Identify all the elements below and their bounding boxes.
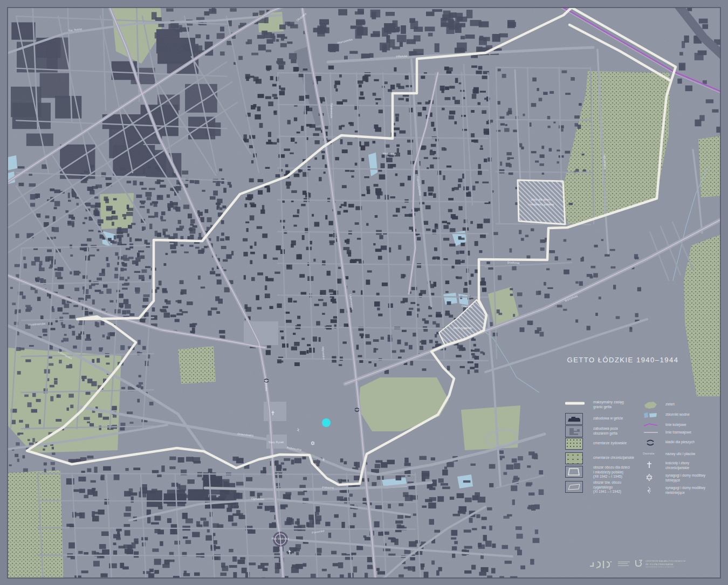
legend-title: GETTO ŁÓDZKIE 1940–1944 [561,356,685,364]
church-cross-icon [643,460,656,471]
jewish-cemeteries-swatch [565,438,583,450]
children-camp-swatch [565,466,583,478]
university-logo [634,559,643,570]
map-margin [720,0,728,585]
footbridges-swatch [643,438,659,449]
map-margin [0,578,728,585]
partner-logo-caption-lines [618,560,630,567]
tramways-swatch [643,430,659,437]
ghetto-map-page: Św. TeresyOkopowaWarszawskaInflanckaSuki… [0,0,728,585]
buildings-outside-swatch [565,425,583,437]
map-margin [0,0,728,8]
buildings-in-ghetto-swatch [565,413,583,425]
water-swatch [643,411,659,421]
star-of-david-icon [643,473,656,484]
map-margin [0,0,8,585]
greenery-swatch [643,400,659,412]
grain-overlay [0,0,728,585]
map-canvas[interactable]: Św. TeresyOkopowaWarszawskaInflanckaSuki… [0,0,728,585]
university-logo-caption: CENTRUM BADAŃ ŻYDOWSKICH IM. FILIPA FRIE… [645,560,685,569]
partner-logo-hebrew-glyphs [588,559,616,573]
gypsy-camp-swatch [565,481,583,493]
broken-star-icon [643,486,656,496]
ghetto-boundary-swatch [565,401,585,407]
street-name-sample: Dworska [643,452,654,456]
railways-swatch [643,422,659,430]
selected-location-marker[interactable] [322,418,331,427]
christian-cemeteries-swatch [565,452,583,464]
